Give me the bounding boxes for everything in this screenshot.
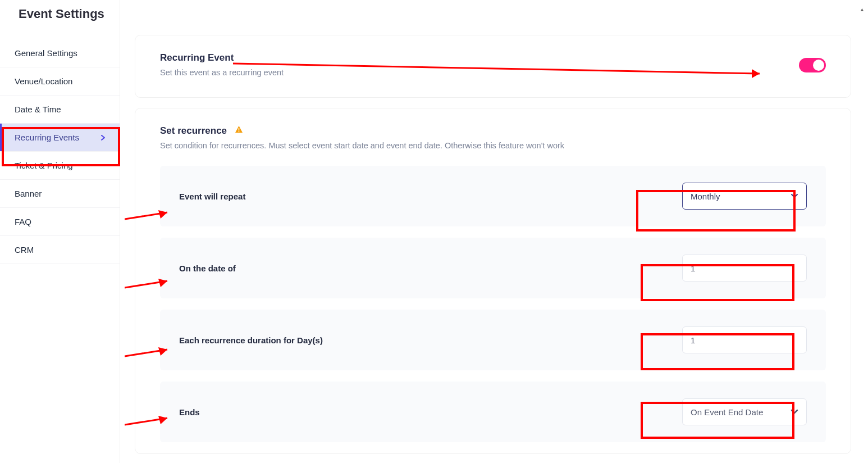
chevron-right-icon xyxy=(100,133,106,142)
toggle-thumb xyxy=(813,60,824,71)
recurring-event-desc: Set this event as a recurring event xyxy=(160,68,284,77)
recurring-toggle[interactable] xyxy=(799,58,826,72)
ends-row: Ends On Event End Date xyxy=(160,382,826,442)
page-title: Event Settings xyxy=(19,7,104,21)
settings-sidebar: General Settings Venue/Location Date & T… xyxy=(0,0,120,463)
ends-label: Ends xyxy=(179,407,200,417)
sidebar-item-label: Recurring Events xyxy=(15,133,79,142)
sidebar-item-date-time[interactable]: Date & Time xyxy=(0,96,120,124)
chevron-down-icon xyxy=(791,407,798,416)
svg-rect-0 xyxy=(239,128,240,130)
chevron-down-icon xyxy=(791,192,798,201)
duration-row: Each recurrence duration for Day(s) xyxy=(160,310,826,370)
main-content: Recurring Event Set this event as a recu… xyxy=(120,0,868,463)
sidebar-item-label: Banner xyxy=(15,189,42,198)
recurring-event-title: Recurring Event xyxy=(160,52,284,63)
repeat-select[interactable]: Monthly xyxy=(682,183,807,210)
svg-rect-1 xyxy=(239,131,240,132)
sidebar-item-label: CRM xyxy=(15,245,34,255)
on-date-label: On the date of xyxy=(179,264,236,273)
warning-icon xyxy=(235,125,243,135)
repeat-label: Event will repeat xyxy=(179,192,245,201)
scroll-up-indicator: ▲ xyxy=(860,7,865,12)
sidebar-item-label: Venue/Location xyxy=(15,76,72,86)
sidebar-item-label: Date & Time xyxy=(15,105,61,114)
recurring-event-card: Recurring Event Set this event as a recu… xyxy=(135,35,851,98)
repeat-row: Event will repeat Monthly xyxy=(160,166,826,226)
sidebar-item-label: General Settings xyxy=(15,48,77,58)
duration-label: Each recurrence duration for Day(s) xyxy=(179,335,323,345)
on-date-row: On the date of xyxy=(160,238,826,298)
set-recurrence-title: Set recurrence xyxy=(160,125,227,137)
sidebar-item-recurring-events[interactable]: Recurring Events xyxy=(0,124,120,152)
set-recurrence-desc: Set condition for recurrences. Must sele… xyxy=(160,141,826,150)
sidebar-item-venue-location[interactable]: Venue/Location xyxy=(0,67,120,96)
on-date-input[interactable] xyxy=(682,255,807,282)
sidebar-item-crm[interactable]: CRM xyxy=(0,236,120,264)
sidebar-item-ticket-pricing[interactable]: Ticket & Pricing xyxy=(0,152,120,180)
duration-input[interactable] xyxy=(682,326,807,353)
sidebar-item-label: Ticket & Pricing xyxy=(15,161,73,170)
ends-select-value: On Event End Date xyxy=(691,407,763,417)
sidebar-item-general-settings[interactable]: General Settings xyxy=(0,39,120,67)
repeat-select-value: Monthly xyxy=(691,192,720,201)
sidebar-item-faq[interactable]: FAQ xyxy=(0,208,120,236)
sidebar-item-banner[interactable]: Banner xyxy=(0,180,120,208)
ends-select[interactable]: On Event End Date xyxy=(682,398,807,425)
sidebar-item-label: FAQ xyxy=(15,217,31,226)
set-recurrence-card: Set recurrence Set condition for recurre… xyxy=(135,108,851,454)
